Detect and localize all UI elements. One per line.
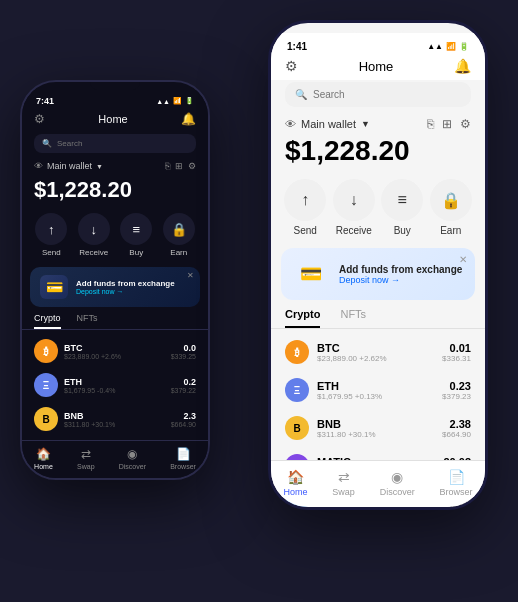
light-btc-amount: 0.01 bbox=[442, 342, 471, 354]
wifi-icon: 📶 bbox=[173, 97, 182, 105]
light-actions: ↑ Send ↓ Receive ≡ Buy 🔒 Earn bbox=[271, 175, 485, 246]
light-nav-home-label: Home bbox=[283, 487, 307, 497]
eye-icon[interactable]: 👁 bbox=[34, 161, 43, 171]
light-eth-amount: 0.23 bbox=[442, 380, 471, 392]
light-eth-detail: $1,679.95 +0.13% bbox=[317, 392, 434, 401]
light-btc-value: 0.01 $336.31 bbox=[442, 342, 471, 363]
tab-crypto-light[interactable]: Crypto bbox=[285, 308, 320, 328]
dark-deposit-link[interactable]: Deposit now → bbox=[76, 288, 175, 295]
dark-status-bar: 7:41 ▲▲ 📶 🔋 bbox=[22, 90, 208, 108]
dark-nav-home[interactable]: 🏠 Home bbox=[34, 447, 53, 470]
expand-icon[interactable]: ⊞ bbox=[175, 161, 183, 171]
light-copy-icon[interactable]: ⎘ bbox=[427, 117, 434, 131]
dark-coin-btc[interactable]: ₿ BTC $23,889.00 +2.6% 0.0 $339.25 bbox=[22, 334, 208, 368]
earn-label: Earn bbox=[170, 248, 187, 257]
light-coin-btc[interactable]: ₿ BTC $23,889.00 +2.62% 0.01 $336.31 bbox=[271, 333, 485, 371]
eth-info: ETH $1,679.95 -0.4% bbox=[64, 377, 165, 394]
wallet-dropdown-arrow[interactable]: ▼ bbox=[96, 163, 103, 170]
light-nav-home[interactable]: 🏠 Home bbox=[283, 469, 307, 497]
copy-icon[interactable]: ⎘ bbox=[165, 161, 170, 171]
dark-nav-swap[interactable]: ⇄ Swap bbox=[77, 447, 95, 470]
dark-search-input[interactable] bbox=[57, 139, 188, 148]
dark-nav-browser-label: Browser bbox=[170, 463, 196, 470]
light-wallet-name: Main wallet bbox=[301, 118, 356, 130]
light-buy-button[interactable]: ≡ Buy bbox=[381, 179, 423, 236]
light-wallet-settings-icon[interactable]: ⚙ bbox=[460, 117, 471, 131]
eth-name: ETH bbox=[64, 377, 165, 387]
light-wallet-dropdown[interactable]: ▼ bbox=[361, 119, 370, 129]
dark-banner-text: Add funds from exchange Deposit now → bbox=[76, 279, 175, 295]
light-receive-button[interactable]: ↓ Receive bbox=[333, 179, 375, 236]
light-page-title: Home bbox=[359, 59, 394, 74]
wallet-settings-icon[interactable]: ⚙ bbox=[188, 161, 196, 171]
send-button[interactable]: ↑ Send bbox=[35, 213, 67, 257]
light-bottom-nav: 🏠 Home ⇄ Swap ◉ Discover 📄 Browser bbox=[271, 460, 485, 507]
dark-nav-discover[interactable]: ◉ Discover bbox=[119, 447, 146, 470]
light-nav-discover[interactable]: ◉ Discover bbox=[380, 469, 415, 497]
dark-tabs: Crypto NFTs bbox=[22, 313, 208, 330]
light-home-icon: 🏠 bbox=[287, 469, 304, 485]
eth-detail: $1,679.95 -0.4% bbox=[64, 387, 165, 394]
dark-wallet-name: Main wallet bbox=[47, 161, 92, 171]
receive-button[interactable]: ↓ Receive bbox=[78, 213, 110, 257]
light-settings-icon[interactable]: ⚙ bbox=[285, 58, 298, 74]
dark-banner-title: Add funds from exchange bbox=[76, 279, 175, 288]
bell-icon[interactable]: 🔔 bbox=[181, 112, 196, 126]
light-deposit-link[interactable]: Deposit now → bbox=[339, 275, 462, 285]
light-search-icon: 🔍 bbox=[295, 89, 307, 100]
light-bell-icon[interactable]: 🔔 bbox=[454, 58, 471, 74]
light-nav-browser[interactable]: 📄 Browser bbox=[440, 469, 473, 497]
light-bnb-detail: $311.80 +30.1% bbox=[317, 430, 434, 439]
battery-icon: 🔋 bbox=[185, 97, 194, 105]
light-earn-button[interactable]: 🔒 Earn bbox=[430, 179, 472, 236]
buy-button[interactable]: ≡ Buy bbox=[120, 213, 152, 257]
earn-button[interactable]: 🔒 Earn bbox=[163, 213, 195, 257]
dark-wallet-section: 👁 Main wallet ▼ ⎘ ⊞ ⚙ bbox=[22, 157, 208, 175]
settings-icon[interactable]: ⚙ bbox=[34, 112, 45, 126]
receive-label: Receive bbox=[79, 248, 108, 257]
btc-info: BTC $23,889.00 +2.6% bbox=[64, 343, 165, 360]
tab-nfts-dark[interactable]: NFTs bbox=[77, 313, 98, 329]
light-bnb-amount: 2.38 bbox=[442, 418, 471, 430]
light-nav-swap[interactable]: ⇄ Swap bbox=[332, 469, 355, 497]
buy-icon: ≡ bbox=[120, 213, 152, 245]
light-banner-close[interactable]: ✕ bbox=[459, 254, 467, 265]
light-send-button[interactable]: ↑ Send bbox=[284, 179, 326, 236]
search-icon: 🔍 bbox=[42, 139, 52, 148]
btc-amount: 0.0 bbox=[171, 343, 196, 353]
bnb-name: BNB bbox=[64, 411, 165, 421]
send-icon: ↑ bbox=[35, 213, 67, 245]
light-banner: ✕ 💳 Add funds from exchange Deposit now … bbox=[281, 248, 475, 300]
light-wallet-section: 👁 Main wallet ▼ ⎘ ⊞ ⚙ bbox=[271, 113, 485, 133]
send-label: Send bbox=[42, 248, 61, 257]
tab-nfts-light[interactable]: NFTs bbox=[340, 308, 366, 328]
tab-crypto-dark[interactable]: Crypto bbox=[34, 313, 61, 329]
light-coin-eth[interactable]: Ξ ETH $1,679.95 +0.13% 0.23 $379.23 bbox=[271, 371, 485, 409]
browser-icon: 📄 bbox=[176, 447, 191, 461]
light-search-bar[interactable]: 🔍 bbox=[285, 82, 471, 107]
light-nav-swap-label: Swap bbox=[332, 487, 355, 497]
receive-icon: ↓ bbox=[78, 213, 110, 245]
light-eth-usd: $379.23 bbox=[442, 392, 471, 401]
dark-coin-eth[interactable]: Ξ ETH $1,679.95 -0.4% 0.2 $379.22 bbox=[22, 368, 208, 402]
light-status-bar: 1:41 ▲▲ 📶 🔋 bbox=[271, 33, 485, 54]
btc-icon: ₿ bbox=[34, 339, 58, 363]
swap-icon: ⇄ bbox=[81, 447, 91, 461]
dark-banner: ✕ 💳 Add funds from exchange Deposit now … bbox=[30, 267, 200, 307]
light-search-input[interactable] bbox=[313, 89, 461, 100]
light-expand-icon[interactable]: ⊞ bbox=[442, 117, 452, 131]
dark-header: ⚙ Home 🔔 bbox=[22, 108, 208, 130]
light-eye-icon[interactable]: 👁 bbox=[285, 118, 296, 130]
dark-phone: 7:41 ▲▲ 📶 🔋 ⚙ Home 🔔 🔍 👁 Main wallet ▼ ⎘ bbox=[20, 80, 210, 480]
light-coin-bnb[interactable]: B BNB $311.80 +30.1% 2.38 $664.90 bbox=[271, 409, 485, 447]
dark-banner-close[interactable]: ✕ bbox=[187, 271, 194, 280]
dark-nav-browser[interactable]: 📄 Browser bbox=[170, 447, 196, 470]
light-wallet-action-icons: ⎘ ⊞ ⚙ bbox=[427, 117, 471, 131]
bnb-detail: $311.80 +30.1% bbox=[64, 421, 165, 428]
light-bnb-name: BNB bbox=[317, 418, 434, 430]
light-discover-icon: ◉ bbox=[391, 469, 403, 485]
signal-icon: ▲▲ bbox=[427, 42, 443, 51]
dark-coin-bnb[interactable]: B BNB $311.80 +30.1% 2.3 $664.90 bbox=[22, 402, 208, 436]
dark-search-bar[interactable]: 🔍 bbox=[34, 134, 196, 153]
light-swap-icon: ⇄ bbox=[338, 469, 350, 485]
